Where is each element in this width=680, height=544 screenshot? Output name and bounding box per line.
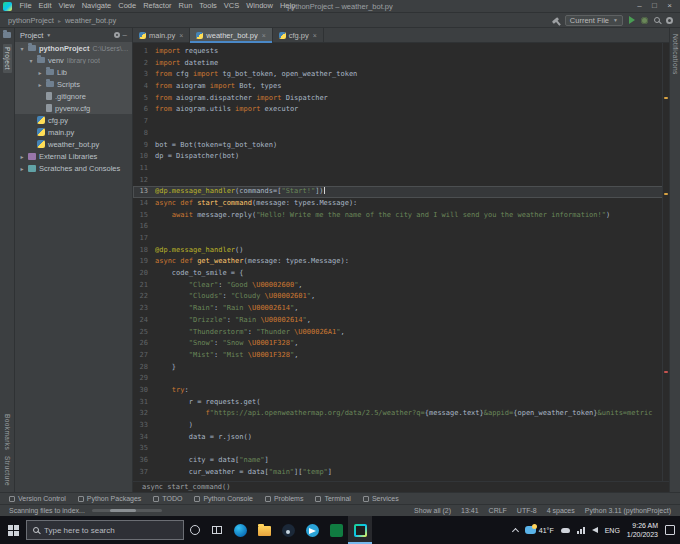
project-tool-icon[interactable] (3, 32, 11, 38)
debug-button[interactable] (641, 17, 648, 24)
menu-tools[interactable]: Tools (196, 0, 221, 12)
network-icon[interactable] (577, 527, 585, 534)
status-4-spaces[interactable]: 4 spaces (547, 507, 575, 514)
error-stripe[interactable] (662, 43, 669, 481)
close-button[interactable]: × (662, 0, 677, 12)
code-line-11[interactable]: 11 (133, 163, 669, 175)
chevron-down-icon[interactable]: ▾ (28, 57, 34, 64)
taskbar-clock[interactable]: 9:26 AM 1/20/2023 (627, 521, 658, 539)
hidden-icons-chevron[interactable] (512, 527, 519, 534)
menu-file[interactable]: File (16, 0, 35, 12)
chevron-right-icon[interactable]: ▸ (19, 165, 25, 172)
error-mark-icon[interactable] (664, 371, 668, 373)
code-line-12[interactable]: 12 (133, 175, 669, 187)
code-line-15[interactable]: 15 await message.reply("Hello! Write me … (133, 210, 669, 222)
tool-window-version-control[interactable]: Version Control (9, 495, 66, 502)
tab-weather-bot.py[interactable]: weather_bot.py× (190, 28, 272, 43)
stripe-structure-button[interactable]: Structure (4, 456, 11, 486)
panel-settings-gear-icon[interactable] (114, 32, 120, 38)
tool-window-todo[interactable]: TODO (153, 495, 182, 502)
code-line-35[interactable]: 35 (133, 443, 669, 455)
tool-window-python-packages[interactable]: Python Packages (78, 495, 141, 502)
taskbar-app-telegram[interactable] (300, 516, 324, 544)
menu-vcs[interactable]: VCS (220, 0, 242, 12)
hide-panel-icon[interactable]: – (123, 31, 127, 39)
taskbar-app-file-explorer[interactable] (252, 516, 276, 544)
menu-edit[interactable]: Edit (35, 0, 55, 12)
tool-window-services[interactable]: Services (363, 495, 399, 502)
chevron-right-icon[interactable]: ▸ (19, 153, 25, 160)
code-line-8[interactable]: 8 (133, 128, 669, 140)
tab-cfg.py[interactable]: cfg.py× (273, 28, 324, 43)
menu-window[interactable]: Window (243, 0, 277, 12)
code-line-1[interactable]: 1import requests (133, 46, 669, 58)
nav-breadcrumb-project[interactable]: pythonProject (7, 16, 55, 25)
taskbar-app-steam[interactable] (276, 516, 300, 544)
run-configuration-combo[interactable]: Current File ▼ (565, 15, 623, 26)
tree-item-pyvenv.cfg[interactable]: pyvenv.cfg (15, 102, 132, 114)
menu-run[interactable]: Run (175, 0, 196, 12)
tree-item-weather-bot.py[interactable]: weather_bot.py (15, 138, 132, 150)
menu-view[interactable]: View (55, 0, 78, 12)
taskbar-app-pycharm[interactable] (348, 516, 372, 544)
code-line-23[interactable]: 23 "Rain": "Rain \U00002614", (133, 303, 669, 315)
code-line-13[interactable]: 13@dp.message_handler(commands=["Start!"… (133, 186, 669, 198)
code-line-37[interactable]: 37 cur_weather = data["main"]["temp"] (133, 467, 669, 479)
code-line-10[interactable]: 10dp = Dispatcher(bot) (133, 151, 669, 163)
tool-window-problems[interactable]: Problems (265, 495, 304, 502)
chevron-right-icon[interactable]: ▸ (37, 69, 43, 76)
code-line-19[interactable]: 19async def get_weather(message: types.M… (133, 256, 669, 268)
code-line-32[interactable]: 32 f"https://api.openweathermap.org/data… (133, 408, 669, 420)
stripe-bookmarks-button[interactable]: Bookmarks (4, 414, 11, 450)
tree-item-venv[interactable]: ▾venvlibrary root (15, 54, 132, 66)
close-icon[interactable]: × (179, 32, 183, 39)
menu-code[interactable]: Code (115, 0, 140, 12)
taskbar-app-edge[interactable] (228, 516, 252, 544)
code-line-22[interactable]: 22 "Clouds": "Cloudy \U00002601", (133, 291, 669, 303)
code-line-27[interactable]: 27 "Mist": "Mist \U0001F328", (133, 350, 669, 362)
code-line-26[interactable]: 26 "Snow": "Snow \U0001F328", (133, 338, 669, 350)
nav-breadcrumb-file[interactable]: weather_bot.py (64, 16, 117, 25)
code-line-16[interactable]: 16 (133, 221, 669, 233)
chevron-down-icon[interactable]: ▼ (46, 32, 51, 38)
menu-navigate[interactable]: Navigate (78, 0, 115, 12)
breadcrumb-context[interactable]: async start_command() (142, 483, 231, 491)
tool-window-terminal[interactable]: Terminal (315, 495, 350, 502)
stripe-project-button[interactable]: Project (3, 44, 12, 73)
code-line-2[interactable]: 2import datetime (133, 58, 669, 70)
code-line-31[interactable]: 31 r = requests.get( (133, 397, 669, 409)
code-line-36[interactable]: 36 city = data["name"] (133, 455, 669, 467)
tree-item-main.py[interactable]: main.py (15, 126, 132, 138)
code-line-34[interactable]: 34 data = r.json() (133, 432, 669, 444)
code-line-30[interactable]: 30 try: (133, 385, 669, 397)
code-line-28[interactable]: 28 } (133, 362, 669, 374)
project-panel-title[interactable]: Project (20, 31, 43, 40)
tree-item-external-libraries[interactable]: ▸External Libraries (15, 150, 132, 162)
warning-mark-icon[interactable] (664, 193, 668, 195)
chevron-right-icon[interactable]: ▸ (37, 81, 43, 88)
tree-item-pythonproject[interactable]: ▾pythonProjectC:\Users\mihail\Py (15, 42, 132, 54)
code-line-4[interactable]: 4from aiogram import Bot, types (133, 81, 669, 93)
menu-refactor[interactable]: Refactor (140, 0, 175, 12)
close-icon[interactable]: × (313, 32, 317, 39)
code-line-33[interactable]: 33 ) (133, 420, 669, 432)
build-hammer-icon[interactable] (552, 17, 559, 24)
tab-main.py[interactable]: main.py× (133, 28, 190, 43)
tree-item-scripts[interactable]: ▸Scripts (15, 78, 132, 90)
tree-item-scratches-and-consoles[interactable]: ▸Scratches and Consoles (15, 162, 132, 174)
tool-window-python-console[interactable]: Python Console (194, 495, 252, 502)
onedrive-icon[interactable] (561, 528, 570, 533)
task-view-button[interactable] (206, 516, 228, 544)
start-button[interactable] (0, 516, 26, 544)
status-13-41[interactable]: 13:41 (461, 507, 479, 514)
maximize-button[interactable]: □ (647, 0, 662, 12)
taskbar-search-input[interactable] (44, 526, 162, 535)
volume-icon[interactable] (592, 527, 598, 533)
status-show-all-2[interactable]: Show all (2) (414, 507, 451, 514)
code-line-18[interactable]: 18@dp.message_handler() (133, 245, 669, 257)
taskbar-search[interactable] (26, 520, 184, 540)
code-line-21[interactable]: 21 "Clear": "Good \U00002600", (133, 280, 669, 292)
tree-item-cfg.py[interactable]: cfg.py (15, 114, 132, 126)
language-indicator[interactable]: ENG (605, 527, 620, 534)
tree-item-.gitignore[interactable]: .gitignore (15, 90, 132, 102)
